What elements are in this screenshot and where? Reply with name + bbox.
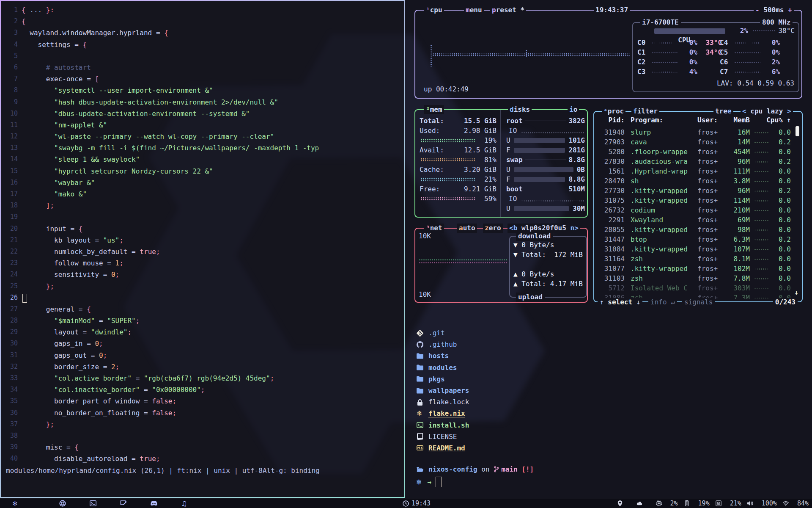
code-line: 6 # autostart — [1, 62, 404, 73]
code-text: "sleep 1 && swaylock" — [22, 154, 404, 165]
net-info-panel: download ▼ 0 Byte/s ▼ Total: 172 MiB ▲ 0… — [509, 236, 587, 298]
clock-module[interactable]: 19:43 — [403, 499, 431, 508]
file-row: flake.lock — [417, 396, 469, 408]
process-row[interactable]: 31075.kitty-wrappedfros+114M0.0 — [594, 196, 802, 205]
tab-cpu[interactable]: ¹cpu — [424, 6, 444, 15]
code-text: layout = "dwindle"; — [22, 326, 404, 338]
tab-tree[interactable]: tree — [713, 107, 733, 116]
file-name: pkgs — [428, 373, 445, 385]
proc-header[interactable]: Pid: Program: User: MemB Cpu% ↑ — [594, 115, 791, 125]
process-row[interactable]: 31084.kitty-wrappedfros+107M0.0 — [594, 244, 802, 254]
wifi-value: 84% — [797, 500, 809, 507]
line-number: 13 — [1, 142, 22, 154]
process-row[interactable]: 2291Xwaylandfros+69M0.0 — [594, 215, 802, 225]
speaker-stat[interactable]: 100% — [747, 500, 777, 507]
process-list[interactable]: 31948slurpfros+16M0.027903cavafros+14M0.… — [594, 127, 802, 299]
file-row: hosts — [417, 350, 469, 362]
prompt-directory-line: nixos-config on main [!] — [417, 464, 534, 475]
select-buttons[interactable]: ↑ select ↓ — [598, 298, 642, 307]
pin-tray-icon[interactable] — [617, 500, 629, 506]
code-line: 22 numlock_by_default = true; — [1, 246, 404, 257]
process-row[interactable]: 31447btopfros+6.3M0.2 — [594, 235, 802, 244]
line-number: 28 — [1, 315, 22, 326]
uptime: up 00:42:49 — [424, 85, 469, 93]
cloud-tray-icon[interactable] — [636, 500, 648, 506]
tab-proc[interactable]: ⁴proc — [602, 107, 625, 116]
mem-row: Free:9.21 GiB — [420, 184, 497, 194]
prompt-arrow: → — [427, 476, 431, 488]
prompt-input-line[interactable]: ❄ → — [417, 476, 442, 488]
process-row[interactable]: 5280.floorp-wrappefros+454M0.0 — [594, 147, 802, 157]
file-row: pkgs — [417, 373, 469, 385]
cpu-total-bar — [654, 28, 725, 34]
code-text: wayland.windowManager.hyprland = { — [22, 27, 404, 39]
browser-taskbar-icon[interactable] — [59, 499, 71, 508]
tab-preset[interactable]: preset * — [490, 6, 526, 15]
proc-scrollbar[interactable] — [796, 126, 799, 136]
music-taskbar-icon[interactable]: ♫ — [181, 499, 193, 508]
signals-button[interactable]: signals — [682, 298, 715, 307]
process-row[interactable]: 28055.kitty-wrappedfros+98M0.0 — [594, 225, 802, 235]
code-line: 14 "sleep 1 && swaylock" — [1, 154, 404, 165]
process-row[interactable]: 31103zshfros+7.8M0.0 — [594, 273, 802, 283]
terminal-cursor[interactable] — [436, 477, 442, 487]
mem-meter: 59% — [420, 194, 497, 204]
info-button[interactable]: info ↵ — [648, 298, 677, 307]
process-row[interactable]: 27903cavafros+14M0.2 — [594, 137, 802, 147]
waybar-right-modules: 2%19%21%100%84% — [617, 499, 809, 508]
terminal-taskbar-icon[interactable] — [90, 499, 102, 508]
file-list: .git.githubhostsmodulespkgswallpapersfla… — [417, 327, 469, 454]
editor-window[interactable]: 1{ ... }:2{3 wayland.windowManager.hyprl… — [0, 0, 405, 498]
statusline-right: Alt-g: binding — [263, 467, 320, 475]
code-line: 5 — [1, 50, 404, 62]
sort-selector[interactable]: < cpu lazy > — [741, 107, 793, 116]
code-text: "dbus-update-activation-environment --sy… — [22, 108, 404, 119]
process-row[interactable]: 27830.audacious-wrafros+96M0.2 — [594, 157, 802, 166]
line-number: 32 — [1, 361, 22, 373]
hdd-stat[interactable]: 21% — [716, 500, 741, 507]
tab-mem[interactable]: ²mem — [424, 105, 444, 114]
cpu-box: ¹cpu menu preset * 19:43:37 - 500ms + up… — [414, 10, 802, 99]
process-row[interactable]: 31164zshfros+8.1M0.0 — [594, 254, 802, 264]
discord-taskbar-icon[interactable] — [151, 499, 162, 508]
code-area[interactable]: 1{ ... }:2{3 wayland.windowManager.hyprl… — [1, 4, 404, 465]
process-row[interactable]: 28470shfros+3.8M0.0 — [594, 176, 802, 186]
process-row[interactable]: 31948slurpfros+16M0.0 — [594, 127, 802, 137]
hdd-icon — [716, 500, 727, 506]
chip-stat[interactable]: 2% — [656, 500, 678, 507]
tab-net[interactable]: ³net — [424, 224, 444, 233]
disk-bar-row: F8.8G — [506, 174, 585, 184]
code-text: follow_mouse = 1; — [22, 257, 404, 269]
process-row[interactable]: 26732codiumfros+210M0.0 — [594, 205, 802, 215]
line-number: 18 — [1, 200, 22, 211]
disk-stats: root382GIOU101GF281Gswap8.8GU0BF8.8Gboot… — [506, 116, 585, 213]
tab-filter[interactable]: filter — [631, 107, 659, 116]
process-row[interactable]: 27730.kitty-wrappedfros+96M0.2 — [594, 186, 802, 196]
tab-zero[interactable]: zero — [483, 224, 503, 233]
scroll-down-icon[interactable]: ↓ — [794, 288, 798, 296]
book-icon — [417, 433, 428, 440]
process-row[interactable]: 5712Isolated Web Cfros+303M0.0 — [594, 283, 802, 293]
tab-disks[interactable]: disks — [508, 105, 532, 114]
line-number: 26 — [1, 292, 22, 304]
nix-launcher-icon[interactable]: ❄ — [13, 499, 17, 508]
github-icon — [417, 341, 428, 348]
process-row[interactable]: 1561.Hyprland-wrapfros+111M0.0 — [594, 166, 802, 176]
folder-open-icon — [417, 466, 428, 473]
ram-stat[interactable]: 19% — [684, 500, 710, 507]
net-scale-top: 10K — [419, 232, 431, 240]
tab-auto[interactable]: auto — [457, 224, 477, 233]
file-row: .git — [417, 327, 469, 339]
file-row: .github — [417, 339, 469, 350]
code-text — [22, 292, 404, 304]
refresh-interval[interactable]: - 500ms + — [754, 6, 794, 15]
tab-io[interactable]: io — [568, 105, 579, 114]
shell-window[interactable]: .git.githubhostsmodulespkgswallpapersfla… — [407, 315, 812, 498]
code-line: 24 sensitivity = 0; — [1, 269, 404, 280]
core-row: C40% — [720, 38, 780, 47]
wifi-stat[interactable]: 84% — [783, 500, 809, 507]
tab-menu[interactable]: menu — [464, 6, 484, 15]
notes-taskbar-icon[interactable] — [120, 499, 132, 508]
process-row[interactable]: 31077.kitty-wrappedfros+102M0.0 — [594, 264, 802, 273]
line-number: 22 — [1, 246, 22, 257]
